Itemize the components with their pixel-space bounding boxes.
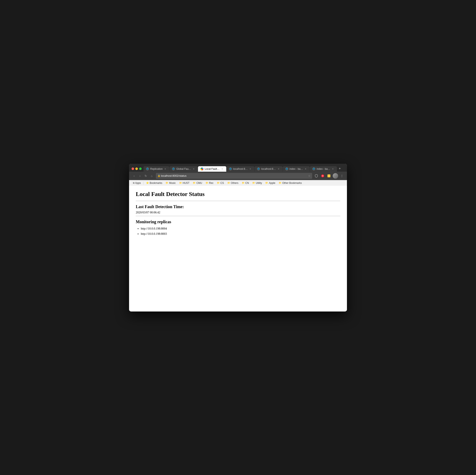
bookmark-cmu-label: CMU xyxy=(196,181,202,184)
bookmark-cmu[interactable]: 📁 CMU xyxy=(191,181,203,185)
tab-favicon: 🌐 xyxy=(312,167,315,170)
bookmark-music-label: Music xyxy=(169,181,176,184)
close-button[interactable] xyxy=(132,167,134,170)
folder-icon: 📁 xyxy=(279,181,282,184)
bookmark-rec[interactable]: 📁 Rec xyxy=(204,181,215,185)
folder-icon: 📁 xyxy=(217,181,220,184)
bookmarks-bar: ⊞ Apps ⭐ Bookmarks 📁 Music 📁 HUST 📁 CMU … xyxy=(129,180,347,186)
profile-avatar[interactable] xyxy=(333,173,338,179)
bookmark-other-bookmarks-label: Other Bookmarks xyxy=(282,181,302,184)
folder-icon: 📁 xyxy=(193,181,196,184)
folder-icon: ⭐ xyxy=(146,181,149,184)
tab-favicon: 🌐 xyxy=(257,167,260,170)
page-title: Local Fault Detector Status xyxy=(136,191,340,197)
list-item[interactable]: http://10.0.0.198:8003 xyxy=(141,231,340,236)
tab-label: index - ba… xyxy=(289,167,303,170)
tab-global-fault[interactable]: 🌐 Global Fau… ✕ xyxy=(170,166,198,172)
tab-close-icon[interactable]: ✕ xyxy=(249,167,252,170)
bookmark-cn-label: CN xyxy=(245,181,249,184)
reload-button[interactable]: ↻ xyxy=(143,173,148,178)
bookmark-rec-label: Rec xyxy=(209,181,214,184)
bookmark-star-icon[interactable]: ☆ xyxy=(308,175,310,177)
bookmark-others[interactable]: 📁 Others xyxy=(226,181,240,185)
opera-icon[interactable]: O xyxy=(320,173,325,178)
folder-icon: 📁 xyxy=(265,181,268,184)
tab-close-icon[interactable]: ✕ xyxy=(331,167,334,170)
forward-button[interactable]: › xyxy=(137,173,142,178)
lock-icon: 🔒 xyxy=(157,175,160,177)
back-button[interactable]: ‹ xyxy=(132,173,136,178)
tab-localhost-5[interactable]: 🌐 localhost:8… ✕ xyxy=(255,166,282,172)
monitoring-list: http://10.0.0.198:8004 http://10.0.0.198… xyxy=(141,226,340,236)
profile-image xyxy=(333,173,338,179)
extension-icon[interactable] xyxy=(326,173,331,178)
tab-label: localhost:8… xyxy=(233,167,248,170)
title-bar: 🌐 Replication ✕ 🌐 Global Fau… ✕ Local Fa… xyxy=(129,164,347,180)
tab-close-icon[interactable]: ✕ xyxy=(304,167,307,170)
traffic-lights xyxy=(131,167,143,172)
bookmark-bookmarks-label: Bookmarks xyxy=(150,181,162,184)
home-button[interactable]: ⌂ xyxy=(149,173,154,178)
tab-favicon: 🌐 xyxy=(172,167,175,170)
bookmark-apps-label: Apps xyxy=(135,181,141,184)
toolbar-icons: O ⋮ xyxy=(314,173,344,179)
new-tab-button[interactable]: + xyxy=(337,165,342,172)
tab-bar: 🌐 Replication ✕ 🌐 Global Fau… ✕ Local Fa… xyxy=(129,164,347,172)
tab-close-icon[interactable]: ✕ xyxy=(277,167,280,170)
detection-time-value: 2020/03/07 00:06:42 xyxy=(136,211,340,214)
nav-buttons: ‹ › ↻ ⌂ xyxy=(132,173,154,178)
folder-icon: 📁 xyxy=(242,181,245,184)
tab-close-icon[interactable]: ✕ xyxy=(221,167,224,170)
url-input[interactable] xyxy=(156,173,312,179)
tab-favicon: 🌐 xyxy=(229,167,232,170)
url-container: 🔒 ☆ xyxy=(156,173,312,179)
tabs-container: 🌐 Replication ✕ 🌐 Global Fau… ✕ Local Fa… xyxy=(143,165,345,172)
tab-favicon: 🌐 xyxy=(285,167,288,170)
bookmark-hust-label: HUST xyxy=(183,181,190,184)
folder-icon: 📁 xyxy=(205,181,208,184)
tab-localhost-4[interactable]: 🌐 localhost:8… ✕ xyxy=(226,166,254,172)
apps-grid-icon: ⊞ xyxy=(133,182,135,184)
minimize-button[interactable] xyxy=(135,167,138,170)
bookmark-apple[interactable]: 📁 Apple xyxy=(264,181,276,185)
shield-icon[interactable] xyxy=(314,173,319,178)
folder-icon: 📁 xyxy=(179,181,182,184)
menu-icon[interactable]: ⋮ xyxy=(340,173,344,178)
bookmark-hust[interactable]: 📁 HUST xyxy=(178,181,191,185)
bookmark-utility-label: Utility xyxy=(256,181,262,184)
bookmark-bookmarks[interactable]: ⭐ Bookmarks xyxy=(145,181,163,185)
tab-label: Replication xyxy=(150,167,163,170)
bookmark-other-bookmarks[interactable]: 📁 Other Bookmarks xyxy=(277,181,303,185)
tab-close-icon[interactable]: ✕ xyxy=(192,167,195,170)
bookmark-cs[interactable]: 📁 CS xyxy=(216,181,225,185)
bookmark-apps[interactable]: ⊞ Apps xyxy=(132,181,142,185)
section-last-fault-heading: Last Fault Detection Time: xyxy=(136,204,340,209)
tab-index-6[interactable]: 🌐 index - ba… ✕ xyxy=(283,166,310,172)
folder-icon: 📁 xyxy=(166,181,169,184)
tab-label: Global Fau… xyxy=(176,167,191,170)
list-item[interactable]: http://10.0.0.198:8004 xyxy=(141,226,340,231)
bookmark-music[interactable]: 📁 Music xyxy=(164,181,177,185)
bookmark-cs-label: CS xyxy=(221,181,224,184)
tab-close-icon[interactable]: ✕ xyxy=(164,167,167,170)
folder-icon: 📁 xyxy=(227,181,230,184)
bookmark-others-label: Others xyxy=(231,181,238,184)
tab-label: Local Fault… xyxy=(205,167,220,170)
browser-window: 🌐 Replication ✕ 🌐 Global Fau… ✕ Local Fa… xyxy=(129,164,347,312)
tab-local-fault[interactable]: Local Fault… ✕ xyxy=(198,166,226,172)
page-content: Local Fault Detector Status Last Fault D… xyxy=(129,186,347,312)
address-bar: ‹ › ↻ ⌂ 🔒 ☆ O xyxy=(129,172,347,180)
folder-icon: 📁 xyxy=(252,181,255,184)
divider-2 xyxy=(136,216,340,216)
opera-logo: O xyxy=(321,175,324,177)
tab-label: localhost:8… xyxy=(261,167,276,170)
bookmark-utility[interactable]: 📁 Utility xyxy=(251,181,263,185)
maximize-button[interactable] xyxy=(139,167,142,170)
divider-1 xyxy=(136,201,340,201)
section-monitoring-heading: Monitoring replicas xyxy=(136,219,340,224)
tab-replication[interactable]: 🌐 Replication ✕ xyxy=(143,166,169,172)
bookmark-cn[interactable]: 📁 CN xyxy=(240,181,250,185)
extension-badge xyxy=(327,175,330,177)
tab-favicon xyxy=(201,167,204,170)
tab-index-7[interactable]: 🌐 index - ba… ✕ xyxy=(310,166,337,172)
